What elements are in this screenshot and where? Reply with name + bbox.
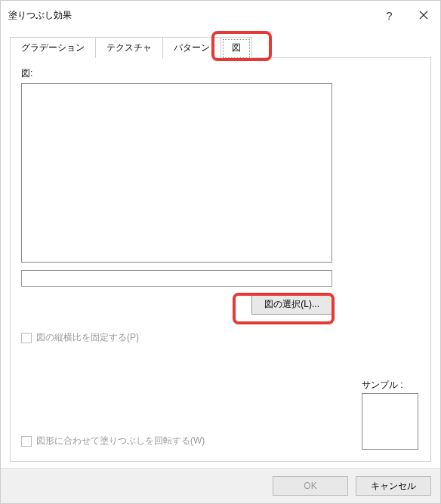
lock-aspect-checkbox[interactable] <box>21 333 32 343</box>
rotate-label: 図形に合わせて塗りつぶしを回転する(W) <box>36 435 205 447</box>
tab-picture[interactable]: 図 <box>220 37 252 59</box>
sample-label: サンプル : <box>362 379 418 392</box>
help-icon[interactable]: ? <box>372 1 406 29</box>
tab-panel-picture: 図: 図の選択(L)... 図の縦横比を固定する(P) サンプル : 図 <box>10 57 431 462</box>
cancel-button[interactable]: キャンセル <box>356 476 431 496</box>
select-picture-button[interactable]: 図の選択(L)... <box>251 294 332 315</box>
picture-path-input[interactable] <box>21 270 332 287</box>
titlebar: 塗りつぶし効果 ? <box>1 1 440 29</box>
ok-button[interactable]: OK <box>273 476 348 496</box>
sample-area: サンプル : <box>362 379 418 450</box>
select-button-row: 図の選択(L)... <box>21 294 332 315</box>
fill-effects-dialog: 塗りつぶし効果 ? グラデーション テクスチャ パターン 図 図: 図の選択(L… <box>0 0 441 504</box>
dialog-content: グラデーション テクスチャ パターン 図 図: 図の選択(L)... 図の縦横比… <box>1 29 440 468</box>
close-icon[interactable] <box>406 1 440 29</box>
dialog-title: 塗りつぶし効果 <box>8 9 372 22</box>
dialog-button-row: OK キャンセル <box>1 468 440 503</box>
rotate-row: 図形に合わせて塗りつぶしを回転する(W) <box>21 435 420 447</box>
tab-gradient[interactable]: グラデーション <box>10 37 96 58</box>
sample-preview-box <box>362 393 418 450</box>
picture-section-label: 図: <box>21 67 420 80</box>
tab-texture[interactable]: テクスチャ <box>95 37 163 58</box>
rotate-checkbox[interactable] <box>21 436 32 447</box>
lock-aspect-label: 図の縦横比を固定する(P) <box>36 331 139 344</box>
tab-strip: グラデーション テクスチャ パターン 図 <box>10 37 431 58</box>
tab-pattern[interactable]: パターン <box>162 37 221 58</box>
lock-aspect-row: 図の縦横比を固定する(P) <box>21 331 420 344</box>
picture-preview <box>21 83 332 263</box>
